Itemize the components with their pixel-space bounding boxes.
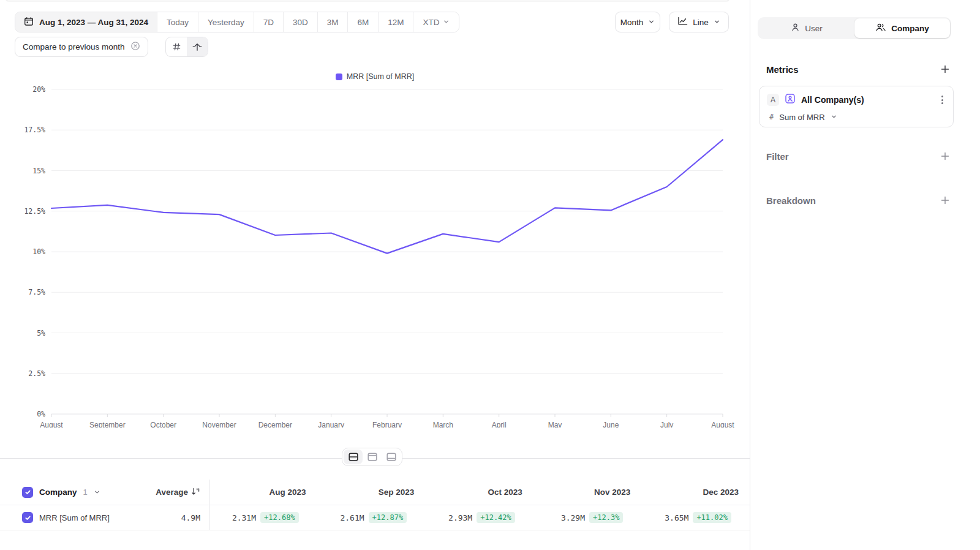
svg-text:2.5%: 2.5%	[28, 369, 45, 378]
range-button-3m[interactable]: 3M	[317, 12, 348, 32]
metric-menu-button[interactable]	[939, 94, 946, 105]
table-cell: 2.93M+12.42%	[425, 505, 533, 530]
table-month-headers: Aug 2023Sep 2023Oct 2023Nov 2023Dec 2023	[209, 480, 750, 505]
layout-split-button[interactable]	[344, 450, 363, 464]
table-header-row: Company 1 Average Aug 2023Sep 2023Oct 20…	[0, 480, 750, 505]
column-header: Aug 2023	[209, 480, 317, 505]
svg-text:0%: 0%	[37, 410, 45, 418]
svg-text:August: August	[711, 421, 734, 428]
svg-text:June: June	[603, 421, 619, 428]
add-breakdown-button[interactable]	[940, 195, 951, 206]
breakdown-title: Breakdown	[766, 195, 816, 206]
metrics-section-header: Metrics	[766, 64, 951, 75]
select-all-checkbox[interactable]	[22, 487, 33, 498]
cell-value: 2.93M	[448, 513, 472, 522]
chevron-down-icon	[831, 111, 837, 122]
aggregation-label: Sum of MRR	[779, 113, 824, 122]
table-cell: 3.65M+11.02%	[641, 505, 750, 530]
legend-label: MRR [Sum of MRR]	[347, 72, 414, 81]
calendar-icon	[24, 17, 34, 28]
range-button-today[interactable]: Today	[157, 12, 198, 32]
range-button-yesterday[interactable]: Yesterday	[198, 12, 254, 32]
metric-letter-badge: A	[767, 94, 779, 106]
svg-text:5%: 5%	[37, 329, 45, 337]
chart-type-dropdown[interactable]: Line	[669, 12, 729, 32]
chart-legend: MRR [Sum of MRR]	[0, 72, 750, 81]
delta-badge: +12.68%	[260, 512, 299, 523]
compare-chip[interactable]: Compare to previous month	[15, 37, 148, 57]
table-cell: 2.31M+12.68%	[209, 505, 317, 530]
number-type-icon: #	[769, 113, 774, 121]
chevron-down-icon	[443, 18, 450, 27]
svg-text:10%: 10%	[32, 247, 45, 256]
row-checkbox[interactable]	[22, 512, 33, 523]
xtd-label: XTD	[423, 18, 439, 27]
range-button-7d[interactable]: 7D	[254, 12, 283, 32]
right-sidebar: User Company Metrics A All Company(s) # …	[750, 0, 980, 550]
layout-top-button[interactable]	[363, 450, 382, 464]
table-month-cells: 2.31M+12.68%2.61M+12.87%2.93M+12.42%3.29…	[209, 505, 750, 530]
quick-range-group: TodayYesterday7D30D3M6M12M	[157, 12, 413, 32]
svg-text:20%: 20%	[32, 85, 45, 94]
line-chart-icon	[677, 17, 688, 28]
svg-text:October: October	[150, 421, 176, 428]
range-button-6m[interactable]: 6M	[347, 12, 378, 32]
company-icon	[875, 23, 886, 34]
user-icon	[791, 23, 800, 34]
add-filter-button[interactable]	[940, 151, 951, 162]
card-top-edge	[6, 0, 729, 1]
svg-text:March: March	[433, 421, 453, 428]
metric-card[interactable]: A All Company(s) # Sum of MRR	[759, 86, 954, 127]
delta-badge: +11.02%	[693, 512, 731, 523]
date-range-picker[interactable]: Aug 1, 2023 — Aug 31, 2024	[15, 12, 157, 32]
svg-text:February: February	[372, 421, 402, 428]
chart-type-label: Line	[693, 18, 709, 27]
grid-toggle-button[interactable]	[166, 37, 187, 56]
svg-text:July: July	[660, 421, 673, 428]
average-value: 4.9M	[181, 513, 200, 522]
delta-badge: +12.42%	[477, 512, 515, 523]
aggregation-selector[interactable]: # Sum of MRR	[760, 107, 953, 122]
average-sort-control[interactable]: Average	[156, 487, 200, 498]
range-button-12m[interactable]: 12M	[378, 12, 413, 32]
column-header: Nov 2023	[533, 480, 642, 505]
add-metric-button[interactable]	[940, 64, 951, 75]
date-range-group: Aug 1, 2023 — Aug 31, 2024 TodayYesterda…	[15, 12, 459, 32]
tab-user[interactable]: User	[759, 18, 854, 38]
company-badge-icon	[785, 93, 796, 107]
layout-bottom-button[interactable]	[382, 450, 401, 464]
metric-row-label: MRR [Sum of MRR]	[39, 513, 110, 522]
date-range-label: Aug 1, 2023 — Aug 31, 2024	[39, 18, 148, 27]
svg-text:December: December	[258, 421, 292, 428]
group-by-label[interactable]: Company	[39, 488, 77, 497]
metrics-title: Metrics	[766, 64, 799, 75]
range-button-30d[interactable]: 30D	[283, 12, 317, 32]
column-header: Sep 2023	[317, 480, 426, 505]
tab-company[interactable]: Company	[854, 18, 950, 38]
filter-section-header: Filter	[766, 151, 951, 162]
table-cell: 2.61M+12.87%	[317, 505, 426, 530]
legend-swatch	[336, 73, 342, 80]
svg-text:17.5%: 17.5%	[24, 126, 45, 134]
svg-text:August: August	[40, 421, 63, 428]
events-toggle-button[interactable]	[187, 37, 208, 56]
granularity-dropdown[interactable]: Month	[615, 12, 660, 32]
chevron-down-icon[interactable]	[94, 487, 100, 498]
svg-text:7.5%: 7.5%	[28, 288, 45, 296]
table-cell: 3.29M+12.3%	[533, 505, 642, 530]
svg-text:September: September	[89, 421, 126, 428]
entity-toggle: User Company	[758, 17, 951, 39]
mrr-line-chart: 0%2.5%5%7.5%10%12.5%15%17.5%20%AugustSep…	[15, 85, 735, 428]
cell-value: 3.29M	[561, 513, 585, 522]
svg-text:November: November	[202, 421, 236, 428]
tab-user-label: User	[805, 24, 823, 33]
granularity-label: Month	[620, 18, 644, 27]
table-row: MRR [Sum of MRR] 4.9M 2.31M+12.68%2.61M+…	[0, 505, 750, 530]
svg-text:15%: 15%	[32, 167, 45, 175]
compare-label: Compare to previous month	[23, 42, 125, 51]
cell-value: 3.65M	[665, 513, 688, 522]
remove-compare-icon[interactable]	[130, 41, 140, 53]
column-header: Oct 2023	[425, 480, 533, 505]
tab-company-label: Company	[891, 24, 929, 33]
range-button-xtd[interactable]: XTD	[413, 12, 459, 32]
